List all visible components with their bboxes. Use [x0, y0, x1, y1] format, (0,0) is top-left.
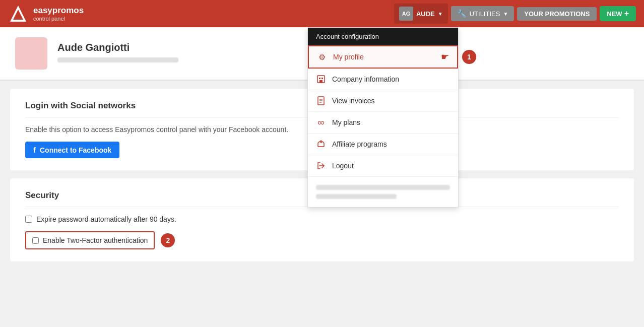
user-name-label: AUDE: [416, 10, 435, 18]
blur-line-1: [316, 185, 450, 190]
dropdown-item-logout[interactable]: Logout: [308, 155, 458, 177]
logo-text: easypromos control panel: [33, 6, 84, 22]
chevron-down-icon: ▼: [438, 11, 443, 17]
header: easypromos control panel AG AUDE ▼ 🔧 UTI…: [0, 0, 644, 27]
badge-2-label: 2: [166, 236, 170, 244]
new-label: NEW: [607, 10, 622, 18]
logout-label: Logout: [332, 162, 354, 170]
invoice-icon: [316, 96, 326, 106]
chevron-down-icon: ▼: [503, 11, 508, 17]
svg-rect-5: [319, 80, 323, 83]
user-avatar: AG: [399, 7, 413, 21]
dropdown-item-affiliate-programs[interactable]: Affiliate programs: [308, 134, 458, 155]
your-promotions-label: YOUR PROMOTIONS: [524, 10, 590, 18]
two-factor-container: Enable Two-Factor authentication 2: [25, 231, 155, 249]
logo-icon: [8, 4, 28, 24]
facebook-icon: f: [33, 146, 36, 154]
utilities-label: UTILITIES: [470, 10, 500, 18]
plus-icon: +: [624, 9, 629, 18]
profile-avatar: [15, 37, 47, 70]
utilities-button[interactable]: 🔧 UTILITIES ▼: [451, 6, 514, 21]
new-button[interactable]: NEW +: [600, 6, 636, 21]
two-factor-checkbox[interactable]: [32, 237, 39, 244]
user-initials: AG: [402, 11, 411, 17]
two-factor-label: Enable Two-Factor authentication: [43, 236, 148, 244]
dropdown-blurred-content: [308, 177, 458, 207]
expire-password-label: Expire password automatically after 90 d…: [36, 215, 176, 223]
building-icon: [316, 74, 326, 84]
your-promotions-button[interactable]: YOUR PROMOTIONS: [517, 7, 597, 21]
profile-field-1: [57, 57, 178, 62]
gear-icon: ⚙: [317, 52, 327, 62]
my-plans-label: My plans: [332, 118, 360, 126]
my-profile-label: My profile: [333, 53, 364, 61]
cursor-hand-icon: ☛: [441, 51, 449, 62]
expire-password-row: Expire password automatically after 90 d…: [25, 215, 619, 223]
two-factor-row: Enable Two-Factor authentication: [25, 231, 155, 249]
svg-rect-4: [321, 78, 323, 79]
dropdown-item-view-invoices[interactable]: View invoices: [308, 90, 458, 112]
connect-facebook-button[interactable]: f Connect to Facebook: [25, 142, 119, 158]
dropdown-item-my-profile[interactable]: ⚙ My profile ☛ 1: [308, 45, 458, 69]
infinity-icon: ∞: [316, 117, 326, 127]
expire-password-checkbox[interactable]: [25, 216, 32, 223]
wrench-icon: 🔧: [457, 9, 467, 18]
view-invoices-label: View invoices: [332, 97, 375, 105]
logo-area: easypromos control panel: [8, 4, 84, 24]
app-name: easypromos: [33, 6, 84, 16]
badge-2: 2: [161, 233, 175, 247]
logout-icon: [316, 161, 326, 171]
blur-line-2: [316, 194, 397, 199]
app-subtitle: control panel: [33, 16, 84, 22]
affiliate-programs-label: Affiliate programs: [332, 140, 387, 148]
header-right: AG AUDE ▼ 🔧 UTILITIES ▼ YOUR PROMOTIONS …: [394, 4, 636, 24]
main-content: Aude Gangiotti Login with Social network…: [0, 27, 644, 261]
connect-facebook-label: Connect to Facebook: [40, 146, 111, 154]
dropdown-header: Account configuration: [308, 28, 458, 45]
company-information-label: Company information: [332, 75, 399, 83]
dropdown-item-company-information[interactable]: Company information: [308, 69, 458, 90]
dropdown-item-my-plans[interactable]: ∞ My plans: [308, 112, 458, 134]
affiliate-icon: [316, 139, 326, 149]
account-dropdown: Account configuration ⚙ My profile ☛ 1: [307, 27, 459, 208]
badge-1: 1: [462, 50, 476, 64]
badge-1-label: 1: [467, 53, 471, 61]
svg-rect-3: [319, 78, 320, 79]
user-menu-button[interactable]: AG AUDE ▼: [394, 4, 448, 24]
